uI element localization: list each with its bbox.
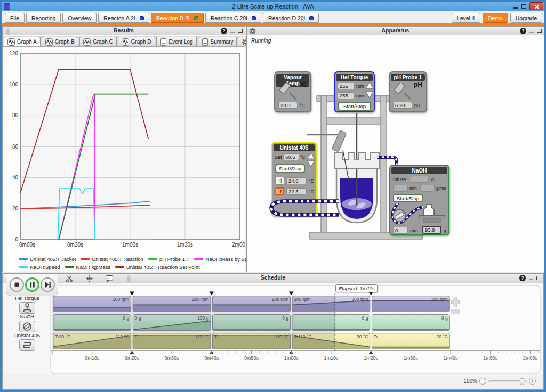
stirrer-set-rpm[interactable]: 255: [338, 83, 355, 89]
svg-text:1m30s: 1m30s: [404, 355, 419, 361]
document-icon: [160, 38, 167, 46]
naoh-pump-device[interactable]: NaOH Infuse g min g/min Start/Stop: [389, 165, 449, 235]
device-label: Unistat 405: [3, 332, 52, 338]
main-tab-reacton-a-2l[interactable]: Reacton A 2L: [98, 13, 149, 23]
panel-minimize-icon[interactable]: [529, 32, 534, 33]
help-icon[interactable]: ?: [221, 28, 227, 34]
panel-minimize-icon[interactable]: [230, 32, 235, 33]
window-close-button[interactable]: [529, 2, 543, 10]
zoom-out-button[interactable]: −: [479, 378, 486, 385]
skip-button[interactable]: [41, 277, 55, 292]
main-tab-reaction-d-20l[interactable]: Reaction D 20L: [263, 13, 319, 23]
tr-mode-button[interactable]: Tr: [275, 187, 284, 195]
tab-label: Graph A: [17, 39, 37, 45]
tj-mode-button[interactable]: Tj: [275, 177, 284, 185]
main-tab-reporting[interactable]: Reporting: [26, 13, 61, 23]
help-icon[interactable]: ?: [519, 275, 526, 281]
app-window: 2 Litre Scale-up Reaction - AVA FileRepo…: [0, 0, 546, 392]
panel-minimize-icon[interactable]: [529, 279, 533, 280]
demo-button[interactable]: Demo: [483, 13, 508, 23]
infuse-rate-field[interactable]: [420, 185, 435, 192]
pump-rpm-value[interactable]: 0: [393, 227, 408, 234]
svg-text:1m00s: 1m00s: [122, 242, 138, 248]
svg-text:Tr: Tr: [374, 334, 378, 339]
window-title: 2 Litre Scale-up Reaction - AVA: [2, 3, 544, 10]
results-tab-graph-d[interactable]: Graph D: [118, 37, 155, 46]
panel-maximize-icon[interactable]: [238, 29, 243, 33]
vapour-temp-value[interactable]: 20.0: [278, 102, 298, 109]
device-icon-button[interactable]: [19, 302, 35, 314]
waveform-icon: [122, 38, 129, 46]
unistat-device[interactable]: Unistat 405 Set 60.5 °C Start/Stop Tj 24…: [271, 142, 317, 216]
panel-maximize-icon[interactable]: [536, 276, 541, 280]
reactor-liquid: [340, 178, 373, 219]
tab-label: Reaction D 20L: [268, 15, 307, 21]
unit-label: g/min: [436, 186, 446, 191]
vapour-temp-device[interactable]: Vapour Temp °C 20.0 °C: [274, 71, 311, 112]
panel-maximize-icon[interactable]: [537, 29, 542, 33]
stop-button[interactable]: [10, 277, 24, 292]
set-label: Set: [275, 154, 282, 160]
increase-arrow-icon[interactable]: [307, 152, 315, 159]
naoh-start-stop-button[interactable]: Start/Stop: [393, 194, 423, 202]
stirrer-start-stop-button[interactable]: Start/Stop: [338, 102, 371, 111]
legend-item: Unistat 405:T Reaction Set Point: [115, 264, 200, 270]
main-tab-overview[interactable]: Overview: [62, 13, 97, 23]
main-tab-reaction-c-20l[interactable]: Reaction C 20L: [205, 13, 261, 23]
close-icon: [534, 4, 540, 10]
annotation-icon[interactable]: [105, 275, 114, 282]
increase-arrow-icon[interactable]: [365, 81, 374, 89]
main-tab-reaction-b-2l[interactable]: Reaction B 2L: [151, 13, 204, 23]
device-label: Hei Torque: [3, 295, 52, 301]
status-dot-blue: [252, 16, 256, 20]
device-icon-button[interactable]: [19, 339, 35, 351]
results-tab-summary[interactable]: Summary: [198, 37, 237, 46]
results-tab-graph-c[interactable]: Graph C: [79, 37, 117, 46]
insert-time-icon[interactable]: [85, 275, 93, 282]
pause-icon: [27, 279, 38, 290]
delete-icon[interactable]: [125, 275, 132, 282]
schedule-footer: [3, 374, 543, 389]
decrease-arrow-icon[interactable]: [307, 160, 315, 167]
decrease-arrow-icon[interactable]: [365, 91, 374, 99]
zoom-slider[interactable]: [488, 380, 527, 382]
title-bar: 2 Litre Scale-up Reaction - AVA: [2, 2, 544, 11]
schedule-segment[interactable]: Tr20 °C: [372, 333, 450, 349]
schedule-segment[interactable]: 0 g: [372, 314, 450, 331]
device-icon-button[interactable]: [19, 321, 35, 332]
legend-item: Unistat 405:T Jacket: [19, 256, 76, 262]
remove-segment-button[interactable]: [451, 310, 460, 313]
schedule-timeline: 100 rpm200 rpm200 rpm200 rpm300 rpm300 r…: [3, 274, 543, 389]
ph-probe-device[interactable]: pH Probe 1 pH 6.28 pH: [389, 71, 427, 112]
svg-text:100: 100: [9, 81, 18, 87]
stirrer-actual-rpm[interactable]: 255: [338, 92, 355, 99]
probe-icon: [393, 83, 414, 100]
infuse-time-field[interactable]: [393, 185, 408, 192]
svg-text:0 g: 0 g: [441, 315, 448, 321]
svg-text:300 rpm: 300 rpm: [431, 297, 448, 302]
ph-value[interactable]: 6.28: [393, 102, 412, 109]
help-icon[interactable]: ?: [520, 28, 526, 34]
upgrade-button[interactable]: Upgrade: [510, 13, 542, 23]
reaction-temp-value: 22.3: [286, 188, 307, 195]
unistat-set-temp[interactable]: 60.5: [283, 153, 299, 160]
window-maximize-button[interactable]: [521, 4, 526, 9]
zoom-slider-handle[interactable]: [520, 378, 524, 385]
cut-icon[interactable]: [66, 275, 74, 282]
hei-torque-device[interactable]: Hei Torque 255 rpm 255 rpm Start/Stop: [334, 71, 375, 112]
results-tab-graph-a[interactable]: Graph A: [4, 37, 41, 46]
results-tab-event-log[interactable]: Event Log: [156, 37, 197, 46]
tab-label: File: [10, 15, 19, 21]
infuse-mass-field[interactable]: [411, 176, 429, 183]
window-minimize-button[interactable]: [513, 7, 518, 9]
pause-button[interactable]: [25, 277, 39, 292]
main-tab-file[interactable]: File: [5, 13, 25, 23]
svg-text:0 g: 0 g: [362, 315, 368, 321]
zoom-in-button[interactable]: +: [529, 378, 536, 385]
unistat-start-stop-button[interactable]: Start/Stop: [275, 164, 305, 173]
level-4-button[interactable]: Level 4: [452, 13, 480, 23]
results-tab-graph-b[interactable]: Graph B: [42, 37, 78, 46]
tab-label: Event Log: [169, 39, 193, 45]
schedule-segment[interactable]: 300 rpm: [372, 296, 450, 312]
svg-text:0m00s: 0m00s: [19, 242, 35, 248]
